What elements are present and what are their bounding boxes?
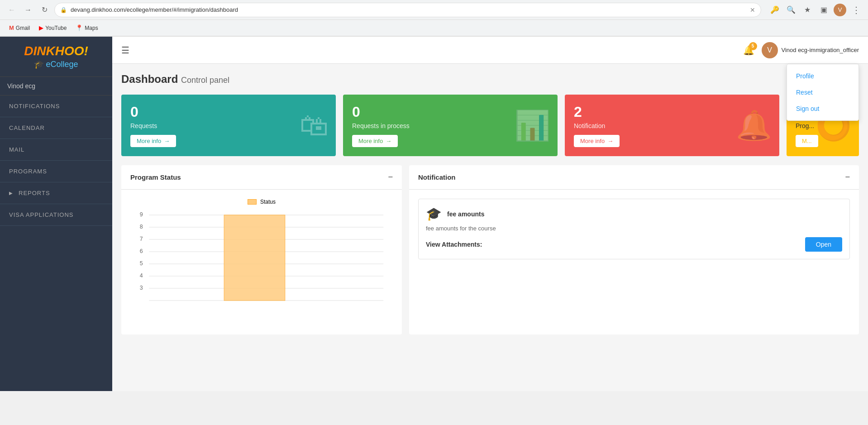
notification-badge: 5 [749, 42, 757, 50]
notification-panel-collapse[interactable]: − [845, 172, 850, 182]
sidebar-username: Vinod ecg [0, 77, 112, 96]
sidebar-logo: DINKHOO! 🎓 eCollege [0, 37, 112, 77]
notification-bell[interactable]: 🔔 5 [743, 45, 754, 56]
key-icon[interactable]: 🔑 [768, 4, 781, 16]
arrow-circle-icon-2: → [386, 138, 391, 144]
sidebar-item-visa-applications-label: VISA APPLICATIONS [9, 211, 73, 218]
svg-text:5: 5 [140, 260, 143, 267]
bell-icon: 🔔 [736, 109, 772, 143]
svg-text:6: 6 [140, 248, 143, 254]
forward-button[interactable]: → [22, 4, 34, 16]
youtube-icon: ▶ [39, 24, 43, 31]
bookmark-youtube-label: YouTube [45, 25, 67, 31]
clear-url-icon: ✕ [750, 6, 755, 14]
hamburger-icon[interactable]: ☰ [121, 45, 129, 56]
legend-label: Status [260, 199, 276, 205]
profile-avatar-icon[interactable]: V [834, 4, 846, 16]
program-status-body: Status 9 8 7 6 5 4 3 [121, 190, 402, 334]
search-icon[interactable]: 🔍 [785, 4, 797, 16]
notification-item: 🎓 fee amounts fee amounts for the course… [418, 199, 850, 259]
card-requests-more-info[interactable]: More info → [130, 135, 176, 147]
bookmark-star-icon[interactable]: ★ [801, 4, 814, 16]
notification-panel: Notification − 🎓 fee amounts fee amounts… [409, 165, 859, 334]
panels-row: Program Status − Status [121, 165, 859, 334]
sidebar-item-programs-label: PROGRAMS [9, 168, 47, 175]
user-label: Vinod ecg-immigration_officer [782, 47, 859, 53]
notification-panel-body: 🎓 fee amounts fee amounts for the course… [409, 190, 859, 274]
arrow-circle-icon-3: → [607, 138, 613, 144]
dashboard-title: Dashboard [121, 73, 178, 85]
svg-text:3: 3 [140, 285, 143, 291]
bookmark-youtube[interactable]: ▶ YouTube [35, 23, 70, 33]
program-status-collapse[interactable]: − [388, 172, 393, 182]
sidebar-item-calendar[interactable]: CALENDAR [0, 117, 112, 139]
svg-text:7: 7 [140, 236, 143, 242]
sidebar-item-mail-label: MAIL [9, 146, 24, 153]
top-bar: ☰ 🔔 5 V Vinod ecg-immigration_officer Pr… [112, 37, 868, 64]
address-bar[interactable]: 🔒 devang.dinkhoo.com/ecollege/member/#/i… [54, 3, 761, 17]
dropdown-signout[interactable]: Sign out [787, 100, 858, 117]
back-button[interactable]: ← [5, 4, 18, 16]
notif-title: fee amounts [447, 210, 484, 218]
graduation-cap-notif-icon: 🎓 [426, 206, 442, 221]
card-process-more-info[interactable]: More info → [352, 135, 398, 147]
dashboard-subtitle: Control panel [181, 76, 229, 85]
extensions-icon[interactable]: ▣ [817, 4, 830, 16]
svg-text:8: 8 [140, 224, 143, 230]
refresh-button[interactable]: ↻ [38, 4, 51, 16]
sidebar: DINKHOO! 🎓 eCollege Vinod ecg NOTIFICATI… [0, 37, 112, 391]
open-button[interactable]: Open [805, 237, 842, 252]
sidebar-item-notifications-label: NOTIFICATIONS [9, 103, 60, 110]
notification-panel-title: Notification [418, 173, 456, 181]
program-status-chart: 9 8 7 6 5 4 3 [130, 210, 393, 318]
dropdown-profile[interactable]: Profile [787, 68, 858, 84]
sidebar-item-reports[interactable]: ▶ REPORTS [0, 182, 112, 204]
svg-text:9: 9 [140, 211, 143, 218]
logo-ecollege: 🎓 eCollege [7, 59, 105, 69]
program-status-panel: Program Status − Status [121, 165, 402, 334]
main-content: Dashboard Control panel 0 Requests More … [112, 64, 868, 391]
sidebar-item-programs[interactable]: PROGRAMS [0, 161, 112, 182]
notif-footer: View Attachments: Open [426, 237, 842, 252]
sidebar-item-mail[interactable]: MAIL [0, 139, 112, 161]
sidebar-item-visa-applications[interactable]: VISA APPLICATIONS [0, 204, 112, 226]
dropdown-reset[interactable]: Reset [787, 84, 858, 100]
bar-chart-icon: 📊 [514, 109, 550, 143]
notif-header: 🎓 fee amounts [426, 206, 842, 221]
chevron-right-icon: ▶ [9, 191, 13, 196]
logo-dinkhoo: DINKHOO! [7, 44, 105, 58]
arrow-circle-icon: → [164, 138, 170, 144]
bookmark-gmail-label: Gmail [16, 25, 30, 31]
card-requests-number: 0 [130, 104, 327, 120]
more-options-icon[interactable]: ⋮ [850, 4, 863, 16]
shopping-bag-icon: 🛍 [300, 109, 329, 142]
url-text: devang.dinkhoo.com/ecollege/member/#/imm… [71, 6, 746, 13]
legend-box [248, 199, 257, 205]
chart-container: Status 9 8 7 6 5 4 3 [130, 199, 393, 325]
svg-text:4: 4 [140, 272, 143, 279]
dropdown-menu: Profile Reset Sign out [787, 64, 859, 121]
program-status-title: Program Status [130, 173, 181, 181]
page-title: Dashboard Control panel [121, 73, 859, 86]
card-requests-label: Requests [130, 122, 327, 129]
card-progress-more-info[interactable]: M... [796, 135, 818, 147]
graduation-cap-icon: 🎓 [34, 59, 44, 69]
chart-legend: Status [130, 199, 393, 205]
user-profile-button[interactable]: V Vinod ecg-immigration_officer [762, 42, 859, 58]
sidebar-item-reports-label: REPORTS [19, 190, 50, 196]
card-requests: 0 Requests More info → 🛍 [121, 95, 336, 156]
card-requests-in-process: 0 Requests in process More info → 📊 [343, 95, 558, 156]
security-icon: 🔒 [60, 7, 67, 13]
gmail-icon: M [9, 24, 14, 31]
sidebar-item-notifications[interactable]: NOTIFICATIONS [0, 96, 112, 117]
bookmark-gmail[interactable]: M Gmail [5, 23, 33, 33]
notif-description: fee amounts for the course [426, 225, 842, 232]
sidebar-item-calendar-label: CALENDAR [9, 124, 45, 131]
cards-row: 0 Requests More info → 🛍 0 Requests in p… [121, 95, 859, 156]
notif-attachment-label: View Attachments: [426, 241, 482, 248]
program-status-header: Program Status − [121, 165, 402, 190]
card-notification-more-info[interactable]: More info → [574, 135, 620, 147]
svg-rect-15 [224, 215, 285, 301]
bookmark-maps[interactable]: 📍 Maps [72, 23, 101, 33]
notification-panel-header: Notification − [409, 165, 859, 190]
